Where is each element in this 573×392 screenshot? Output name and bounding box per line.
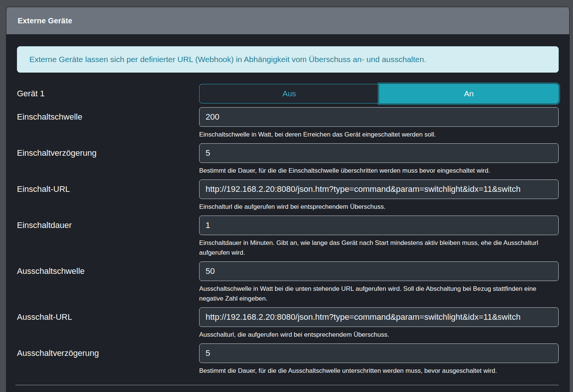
ausschaltverzoegerung-input[interactable] <box>199 343 559 363</box>
ausschalt-url-label: Ausschalt-URL <box>17 307 199 323</box>
einschaltdauer-row: Einschaltdauer Einschaltdauer in Minuten… <box>17 216 559 258</box>
einschaltverzoegerung-help: Bestimmt die Dauer, für die die Einschal… <box>199 166 559 176</box>
ausschalt-url-input[interactable] <box>199 307 559 327</box>
device1-row: Gerät 1 Aus An <box>17 84 559 103</box>
einschaltdauer-input[interactable] <box>199 216 559 235</box>
ausschaltschwelle-help: Ausschaltschwelle in Watt bei die unten … <box>199 284 559 304</box>
ausschaltverzoegerung-row: Ausschaltverzögerung Bestimmt die Dauer,… <box>17 343 559 376</box>
einschaltschwelle-row: Einschaltschwelle Einschaltschwelle in W… <box>17 107 559 140</box>
einschaltverzoegerung-row: Einschaltverzögerung Bestimmt die Dauer,… <box>17 143 559 176</box>
einschaltschwelle-label: Einschaltschwelle <box>17 107 199 123</box>
ausschaltschwelle-row: Ausschaltschwelle Ausschaltschwelle in W… <box>17 261 559 304</box>
einschaltschwelle-input[interactable] <box>199 107 559 127</box>
einschaltschwelle-help: Einschaltschwelle in Watt, bei deren Err… <box>199 130 559 140</box>
device1-on-button[interactable]: An <box>379 84 559 103</box>
einschalt-url-input[interactable] <box>199 179 559 199</box>
external-devices-card: Externe Geräte Externe Geräte lassen sic… <box>6 7 570 392</box>
info-banner: Externe Geräte lassen sich per definiert… <box>17 46 559 73</box>
einschalt-url-row: Einschalt-URL Einschalturl die aufgerufe… <box>17 179 559 212</box>
einschaltdauer-help: Einschaltdauer in Minuten. Gibt an, wie … <box>199 238 559 258</box>
einschaltverzoegerung-input[interactable] <box>199 143 559 163</box>
einschalt-url-help: Einschalturl die aufgerufen wird bei ent… <box>199 202 559 212</box>
device1-label: Gerät 1 <box>17 84 199 99</box>
einschalt-url-label: Einschalt-URL <box>17 179 199 195</box>
info-banner-text: Externe Geräte lassen sich per definiert… <box>29 55 426 64</box>
device1-toggle-group: Aus An <box>199 84 559 103</box>
ausschaltverzoegerung-help: Bestimmt die Dauer, für die die Ausschal… <box>199 366 559 376</box>
page-background: Externe Geräte Externe Geräte lassen sic… <box>0 0 573 392</box>
ausschaltschwelle-label: Ausschaltschwelle <box>17 261 199 277</box>
section-divider <box>15 385 559 385</box>
einschaltdauer-label: Einschaltdauer <box>17 216 199 231</box>
einschaltverzoegerung-label: Einschaltverzögerung <box>17 143 199 159</box>
ausschaltschwelle-input[interactable] <box>199 261 559 281</box>
ausschalt-url-row: Ausschalt-URL Ausschalturl, die aufgeruf… <box>17 307 559 340</box>
card-title: Externe Geräte <box>18 17 72 25</box>
card-body: Externe Geräte lassen sich per definiert… <box>6 34 569 385</box>
ausschaltverzoegerung-label: Ausschaltverzögerung <box>17 343 199 359</box>
ausschalt-url-help: Ausschalturl, die aufgerufen wird bei en… <box>199 330 559 340</box>
device1-off-button[interactable]: Aus <box>199 84 379 103</box>
card-header: Externe Geräte <box>6 7 569 34</box>
